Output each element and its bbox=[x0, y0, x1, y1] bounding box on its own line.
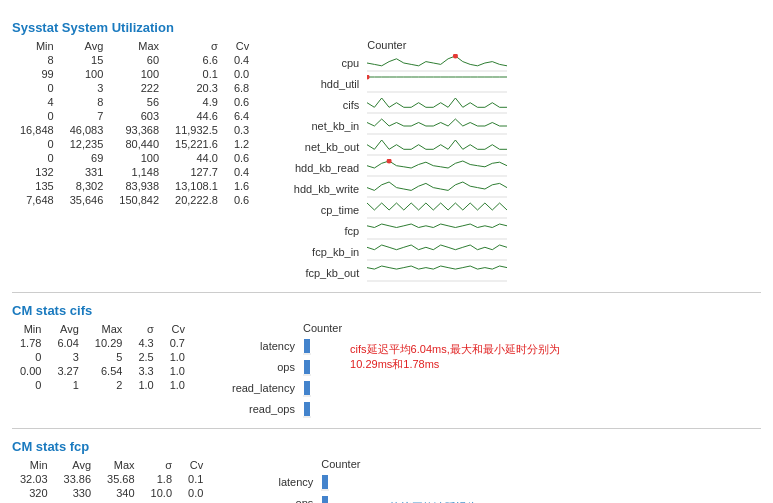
table-row: 0 12,235 80,440 15,221.6 1.2 bbox=[12, 137, 257, 151]
cell-cv: 0.4 bbox=[226, 165, 257, 179]
cell-max: 35.68 bbox=[99, 472, 143, 486]
chart-svg bbox=[303, 379, 342, 397]
col-sigma: σ bbox=[130, 322, 161, 336]
svg-rect-24 bbox=[322, 496, 328, 503]
cell-cv: 0.1 bbox=[180, 472, 211, 486]
chart-svg bbox=[321, 494, 360, 503]
col-avg: Avg bbox=[49, 322, 86, 336]
cell-sigma: 0.1 bbox=[167, 67, 226, 81]
chart-svg bbox=[367, 264, 507, 282]
cm-cifs-annotation-text: cifs延迟平均6.04ms,最大和最小延时分别为10.29ms和1.78ms bbox=[350, 342, 580, 373]
col-cv: Cv bbox=[180, 458, 211, 472]
cell-avg: 100 bbox=[62, 67, 112, 81]
cell-min: 135 bbox=[12, 179, 62, 193]
table-row: 99 100 100 0.1 0.0 bbox=[12, 67, 257, 81]
cell-avg: 331 bbox=[62, 165, 112, 179]
svg-rect-14 bbox=[304, 339, 310, 353]
cell-sigma: 10.0 bbox=[143, 486, 180, 500]
cell-avg: 7 bbox=[62, 109, 112, 123]
chart-row: read_ops bbox=[213, 399, 342, 419]
cell-avg: 330 bbox=[56, 486, 100, 500]
cell-min: 7,648 bbox=[12, 193, 62, 207]
chart-label: ops bbox=[213, 361, 303, 373]
chart-row: cpu bbox=[277, 53, 507, 73]
cell-min: 0.00 bbox=[12, 364, 49, 378]
table-row: 0 1 2 1.0 1.0 bbox=[12, 378, 193, 392]
svg-rect-16 bbox=[304, 360, 310, 374]
cell-sigma: 127.7 bbox=[167, 165, 226, 179]
cell-avg: 3.27 bbox=[49, 364, 86, 378]
cm-cifs-charts: Counter latency ops read_latency read_op… bbox=[213, 322, 580, 420]
cell-cv: 0.4 bbox=[226, 53, 257, 67]
cell-cv: 1.0 bbox=[162, 364, 193, 378]
chart-label: net_kb_out bbox=[277, 141, 367, 153]
cell-avg: 15 bbox=[62, 53, 112, 67]
cell-avg: 1 bbox=[49, 378, 86, 392]
chart-label: hdd_util bbox=[277, 78, 367, 90]
cm-fcp-charts: Counter latency ops read_latency read_op… bbox=[231, 458, 520, 503]
col-max: Max bbox=[111, 39, 167, 53]
chart-label: ops bbox=[231, 497, 321, 503]
chart-svg bbox=[367, 222, 507, 240]
cell-min: 4 bbox=[12, 95, 62, 109]
table-row: 132 331 1,148 127.7 0.4 bbox=[12, 165, 257, 179]
cell-cv: 6.8 bbox=[226, 81, 257, 95]
chart-svg bbox=[367, 117, 507, 135]
cell-max: 56 bbox=[111, 95, 167, 109]
cell-avg: 3 bbox=[62, 81, 112, 95]
chart-label: read_latency bbox=[213, 382, 303, 394]
cell-avg: 8 bbox=[62, 95, 112, 109]
cm-cifs-title: CM stats cifs bbox=[12, 303, 761, 318]
cell-max: 10.29 bbox=[87, 336, 131, 350]
cell-min: 99 bbox=[12, 67, 62, 81]
sysstat-title: Sysstat System Utilization bbox=[12, 20, 761, 35]
chart-row: fcp_kb_in bbox=[277, 242, 507, 262]
cell-cv: 1.2 bbox=[226, 137, 257, 151]
counter-header: Counter bbox=[277, 39, 507, 51]
cm-cifs-annotation-row: cifs延迟平均6.04ms,最大和最小延时分别为10.29ms和1.78ms bbox=[350, 342, 580, 373]
cell-cv: 0.0 bbox=[226, 67, 257, 81]
cell-cv: 1.0 bbox=[162, 378, 193, 392]
table-row: 320 330 340 10.0 0.0 bbox=[12, 486, 211, 500]
chart-svg bbox=[367, 75, 507, 93]
table-row: 16,848 46,083 93,368 11,932.5 0.3 bbox=[12, 123, 257, 137]
cm-fcp-title: CM stats fcp bbox=[12, 439, 761, 454]
cell-sigma: 15,221.6 bbox=[167, 137, 226, 151]
cell-max: 5 bbox=[87, 350, 131, 364]
cell-cv: 0.3 bbox=[226, 123, 257, 137]
cm-fcp-table: Min Avg Max σ Cv 32.03 33.86 35.68 1.8 0… bbox=[12, 458, 211, 503]
chart-label: net_kb_in bbox=[277, 120, 367, 132]
cm-fcp-charts-col: Counter latency ops read_latency read_op… bbox=[231, 458, 360, 503]
sysstat-charts: Counter cpu hdd_util cifs bbox=[277, 39, 507, 284]
chart-svg bbox=[367, 243, 507, 261]
cell-avg: 33.86 bbox=[56, 472, 100, 486]
chart-svg bbox=[367, 138, 507, 156]
cell-max: 1,148 bbox=[111, 165, 167, 179]
chart-row: read_latency bbox=[213, 378, 342, 398]
cell-avg: 3 bbox=[49, 350, 86, 364]
cell-sigma: 44.0 bbox=[167, 151, 226, 165]
cell-sigma: 4.9 bbox=[167, 95, 226, 109]
table-row: 8 15 60 6.6 0.4 bbox=[12, 53, 257, 67]
cell-max: 93,368 bbox=[111, 123, 167, 137]
chart-svg bbox=[367, 96, 507, 114]
cell-min: 0 bbox=[12, 378, 49, 392]
cm-fcp-read-annotation-row: FCP协议平均读延迟为39.53ms bbox=[368, 498, 520, 503]
sysstat-table: Min Avg Max σ Cv 8 15 60 6.6 0.4 99 100 … bbox=[12, 39, 257, 207]
cm-fcp-annotations: FCP协议平均读延迟为39.53ms FCP协议平均写延迟为21.83ms bbox=[368, 458, 520, 503]
chart-row: net_kb_out bbox=[277, 137, 507, 157]
col-min: Min bbox=[12, 322, 49, 336]
cell-max: 100 bbox=[111, 151, 167, 165]
cell-min: 0 bbox=[12, 81, 62, 95]
col-max: Max bbox=[87, 322, 131, 336]
cell-sigma: 11,932.5 bbox=[167, 123, 226, 137]
chart-label: hdd_kb_read bbox=[277, 162, 367, 174]
cell-cv: 1.0 bbox=[162, 350, 193, 364]
cell-cv: 0.6 bbox=[226, 95, 257, 109]
cm-cifs-section: CM stats cifs Min Avg Max σ Cv 1.78 6.04… bbox=[12, 303, 761, 420]
cell-sigma: 1.0 bbox=[130, 378, 161, 392]
cell-min: 0 bbox=[12, 137, 62, 151]
cell-avg: 8,302 bbox=[62, 179, 112, 193]
chart-row: latency bbox=[231, 472, 360, 492]
chart-row: fcp_kb_out bbox=[277, 263, 507, 283]
